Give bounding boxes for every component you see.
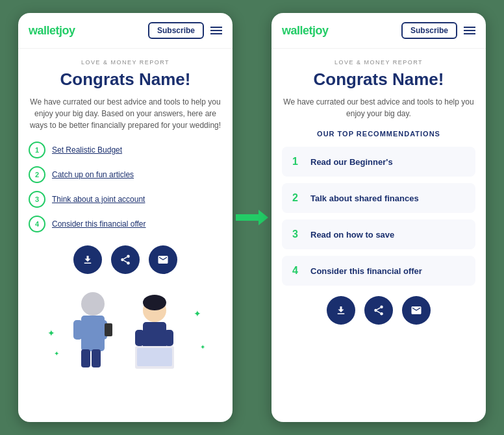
left-hamburger-icon[interactable] [210, 27, 222, 34]
left-logo: walletjoy [29, 24, 75, 38]
rec-card-text-4: Consider this financial offer [310, 266, 422, 276]
svg-point-24 [380, 306, 383, 309]
left-illustration: ✦ ✦ ✦ ✦ [29, 284, 222, 369]
right-email-button[interactable] [402, 296, 431, 325]
svg-point-5 [81, 292, 105, 316]
rec-link-3[interactable]: Think about a joint account [52, 195, 145, 204]
left-congrats-title: Congrats Name! [29, 69, 222, 90]
phones-container: walletjoy Subscribe LOVE & MONEY REPORT … [5, 0, 499, 435]
rec-number-4: 4 [29, 216, 45, 232]
svg-point-25 [374, 309, 377, 312]
left-action-buttons [29, 245, 222, 274]
svg-rect-10 [92, 349, 101, 367]
right-subscribe-button[interactable]: Subscribe [401, 22, 457, 39]
left-download-button[interactable] [73, 245, 102, 274]
right-phone-content: LOVE & MONEY REPORT Congrats Name! We ha… [271, 49, 486, 422]
rec-number-1: 1 [29, 142, 45, 158]
rec-card-3[interactable]: 3 Read on how to save [282, 219, 475, 249]
svg-text:✦: ✦ [200, 343, 205, 351]
rec-card-text-2: Talk about shared finances [310, 193, 419, 203]
rec-link-1[interactable]: Set Realistic Budget [52, 145, 122, 155]
right-nav-right: Subscribe [401, 22, 475, 39]
svg-text:✦: ✦ [194, 308, 201, 319]
left-share-button[interactable] [111, 245, 140, 274]
right-report-label: LOVE & MONEY REPORT [282, 59, 475, 66]
right-download-button[interactable] [327, 296, 355, 325]
left-report-label: LOVE & MONEY REPORT [29, 59, 222, 66]
rec-card-num-1: 1 [292, 156, 303, 168]
svg-line-28 [377, 308, 380, 310]
svg-point-0 [127, 255, 130, 258]
right-navbar: walletjoy Subscribe [271, 13, 486, 49]
svg-line-3 [123, 260, 127, 262]
rec-card-text-1: Read our Beginner's [310, 157, 393, 167]
rec-card-2[interactable]: 2 Talk about shared finances [282, 183, 475, 213]
left-navbar: walletjoy Subscribe [18, 13, 233, 49]
rec-card-num-2: 2 [292, 192, 303, 204]
svg-rect-7 [73, 320, 82, 340]
svg-rect-9 [81, 349, 90, 367]
rec-card-1[interactable]: 1 Read our Beginner's [282, 147, 475, 177]
transition-arrow [233, 208, 271, 227]
svg-point-26 [380, 312, 383, 316]
left-recommendations-list: 1 Set Realistic Budget 2 Catch up on fun… [29, 142, 222, 232]
svg-line-4 [123, 257, 127, 259]
svg-point-18 [143, 295, 166, 310]
right-logo: walletjoy [282, 24, 329, 38]
list-item: 3 Think about a joint account [29, 191, 222, 208]
rec-card-num-3: 3 [292, 229, 303, 240]
left-email-button[interactable] [149, 245, 177, 274]
right-top-rec-label: OUR TOP RECOMMENDATIONS [282, 130, 475, 138]
list-item: 4 Consider this financial offer [29, 216, 222, 232]
svg-rect-11 [105, 323, 112, 336]
list-item: 1 Set Realistic Budget [29, 142, 222, 158]
svg-rect-14 [135, 330, 144, 346]
right-phone: walletjoy Subscribe LOVE & MONEY REPORT … [271, 13, 486, 422]
rec-card-num-4: 4 [292, 265, 303, 277]
left-description: We have currated our best advice and too… [29, 96, 222, 131]
rec-number-3: 3 [29, 191, 45, 208]
rec-number-2: 2 [29, 166, 45, 183]
rec-link-2[interactable]: Catch up on fun articles [52, 170, 134, 179]
right-action-buttons [282, 296, 475, 325]
svg-line-27 [377, 311, 380, 313]
svg-point-1 [121, 258, 124, 262]
right-share-button[interactable] [364, 296, 393, 325]
left-phone: walletjoy Subscribe LOVE & MONEY REPORT … [18, 13, 233, 422]
right-description: We have currated our best advice and too… [282, 96, 475, 119]
svg-point-2 [127, 262, 130, 265]
svg-rect-17 [137, 348, 172, 366]
left-phone-content: LOVE & MONEY REPORT Congrats Name! We ha… [18, 49, 233, 422]
left-subscribe-button[interactable]: Subscribe [148, 22, 204, 39]
rec-link-4[interactable]: Consider this financial offer [52, 219, 146, 229]
svg-text:✦: ✦ [54, 350, 59, 357]
rec-card-text-3: Read on how to save [310, 230, 394, 240]
svg-marker-23 [236, 210, 268, 225]
svg-text:✦: ✦ [47, 328, 55, 338]
list-item: 2 Catch up on fun articles [29, 166, 222, 183]
svg-rect-15 [164, 330, 173, 346]
right-congrats-title: Congrats Name! [282, 69, 475, 90]
right-hamburger-icon[interactable] [464, 27, 475, 34]
left-nav-right: Subscribe [148, 22, 222, 39]
rec-card-4[interactable]: 4 Consider this financial offer [282, 256, 475, 286]
